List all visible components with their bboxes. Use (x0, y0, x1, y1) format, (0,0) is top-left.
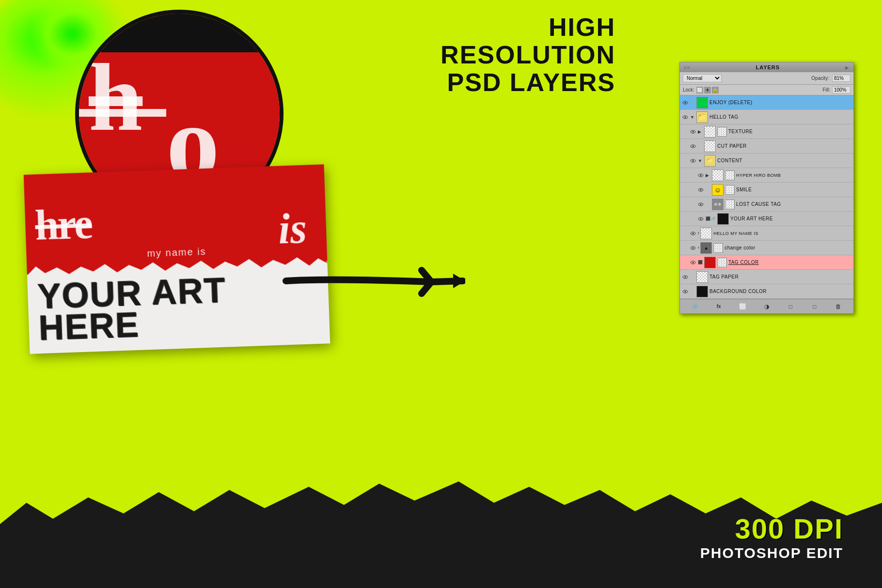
mask-hyperhiro (725, 170, 735, 180)
eye-cutpaper[interactable] (690, 143, 696, 150)
svg-point-29 (685, 276, 686, 278)
hello-tag-inner: hre is my name is YOUR ART HERE (24, 164, 331, 354)
svg-point-5 (685, 102, 686, 103)
layer-name-enjoy: ENJOY (DELETE) (709, 100, 851, 105)
eye-tagpaper-svg (682, 274, 688, 280)
eye-changecolor-svg (690, 245, 696, 251)
thumb-content: 📁 (704, 155, 716, 167)
layer-row-cutpaper[interactable]: CUT PAPER (680, 139, 853, 154)
blend-mode-select[interactable]: Normal (683, 74, 722, 82)
link-badge2: f (698, 231, 699, 235)
mask-texture (717, 127, 727, 137)
link-badge4: ⬛ (698, 260, 703, 264)
eye-hellomynameis[interactable] (690, 230, 696, 237)
expand-content[interactable]: ▼ (698, 158, 703, 163)
thumb-bgcolor (696, 286, 708, 297)
layer-name-bgcolor: BACKGROUND COLOR (709, 289, 851, 294)
eye-yourarthere[interactable] (697, 216, 704, 222)
layer-name-tagpaper: TAG PAPER (709, 274, 851, 279)
eye-bgcolor[interactable] (682, 288, 689, 295)
lock-pixels-icon[interactable]: ⬜ (696, 87, 703, 93)
thumb-changecolor: ▲ (700, 242, 712, 254)
svg-point-9 (693, 131, 694, 132)
layer-row-hellotag[interactable]: ▼ 📁 HELLO TAG (680, 110, 853, 124)
layer-name-texture: TEXTURE (728, 129, 851, 134)
panel-grip2: ▶ (845, 65, 850, 70)
eye-hyperhiro[interactable] (697, 172, 704, 179)
fx-btn[interactable]: fx (714, 302, 724, 311)
layer-row-yourarthere[interactable]: ⬛ 🔗 YOUR ART HERE (680, 212, 853, 226)
adjustment-btn[interactable]: ◑ (762, 302, 772, 311)
new-layer-btn[interactable]: □ (810, 302, 819, 311)
expand-hellotag[interactable]: ▼ (690, 115, 695, 120)
eye-changecolor[interactable] (690, 245, 696, 251)
layer-row-hellomynameis[interactable]: f HELLO MY NAME IS (680, 226, 853, 241)
eye-hellomynameis-svg (690, 231, 696, 236)
opacity-input[interactable] (832, 75, 850, 82)
lock-all-icon[interactable]: 🔒 (712, 87, 719, 93)
layer-row-lostcause[interactable]: ✱✱ LOST CAUSE TAG (680, 197, 853, 212)
group-btn[interactable]: □ (786, 302, 795, 311)
layer-row-texture[interactable]: ▶ TEXTURE (680, 124, 853, 139)
layer-name-hellotag: HELLO TAG (709, 114, 851, 120)
eye-texture[interactable] (690, 128, 696, 135)
svg-point-21 (700, 218, 702, 219)
eye-hellotag[interactable] (682, 114, 689, 121)
delete-layer-btn[interactable]: 🗑 (834, 302, 843, 311)
layer-name-hellomynameis: HELLO MY NAME IS (713, 231, 851, 236)
eye-lostcause-svg (698, 201, 704, 207)
eye-tagcolor[interactable] (690, 259, 696, 266)
link-badge3: f (698, 246, 699, 250)
lock-icons: ⬜ ✛ 🔒 (696, 87, 719, 93)
tag-subtitle: my name is (147, 246, 206, 259)
bottom-info-block: 300 DPI PHOTOSHOP EDIT (700, 512, 843, 561)
layer-row-tagpaper[interactable]: TAG PAPER (680, 270, 853, 284)
svg-point-11 (693, 145, 694, 147)
expand-hyperhiro[interactable]: ▶ (706, 173, 710, 178)
layer-row-smile[interactable]: ☺ SMILE (680, 183, 853, 197)
eye-hyperhiro-svg (698, 172, 704, 178)
eye-content[interactable] (690, 157, 696, 164)
svg-point-15 (700, 174, 702, 176)
layer-row-content[interactable]: ▼ 📁 CONTENT (680, 154, 853, 168)
layer-row-changecolor[interactable]: f ▲ change color (680, 241, 853, 255)
lock-position-icon[interactable]: ✛ (704, 87, 711, 93)
eye-content-svg (690, 158, 696, 164)
thumb-hyperhiro (712, 170, 724, 181)
layers-lock-row: Lock: ⬜ ✛ 🔒 Fill: (680, 85, 853, 95)
svg-point-17 (700, 189, 702, 190)
fill-label: Fill: (822, 87, 830, 93)
layer-row-bgcolor[interactable]: BACKGROUND COLOR (680, 284, 853, 299)
svg-text:h: h (89, 44, 142, 151)
layers-panel: ≡≡ LAYERS ▶ Normal Opacity: Lock: ⬜ ✛ 🔒 … (679, 62, 854, 314)
layer-row-tagcolor[interactable]: ⬛ TAG COLOR (680, 255, 853, 270)
thumb-cutpaper (704, 140, 716, 152)
layer-name-tagcolor: TAG COLOR (728, 260, 851, 265)
mask-smile (725, 185, 735, 195)
smart-object-badge: ⬛ (706, 217, 709, 221)
eye-icon-svg (682, 100, 688, 106)
eye-enjoy[interactable] (682, 99, 689, 106)
layers-panel-title: LAYERS (756, 64, 780, 70)
mask-btn[interactable]: ⬜ (738, 302, 748, 311)
tag-your-art-text: YOUR ART HERE (37, 271, 320, 344)
eye-bgcolor-svg (682, 289, 688, 294)
fill-input[interactable] (832, 86, 850, 93)
layer-name-hyperhiro: HYPER HIRO BOMB (736, 173, 851, 178)
panel-grip: ≡≡ (684, 65, 691, 70)
link-layers-btn[interactable]: 🔗 (690, 302, 700, 311)
svg-point-23 (693, 232, 694, 234)
layer-row-hyperhiro[interactable]: ▶ HYPER HIRO BOMB (680, 168, 853, 183)
arrow (281, 262, 465, 300)
mask-tagcolor (717, 258, 727, 267)
expand-texture[interactable]: ▶ (698, 129, 703, 134)
eye-lostcause[interactable] (697, 201, 704, 208)
tag-art-text-left: hre (34, 199, 93, 250)
svg-point-27 (693, 262, 694, 263)
eye-smile[interactable] (697, 186, 704, 193)
eye-tagpaper[interactable] (682, 274, 689, 280)
layer-row-enjoy[interactable]: ENJOY (DELETE) (680, 95, 853, 110)
opacity-label: Opacity: (811, 76, 829, 81)
eye-hellotag-svg (682, 114, 688, 120)
layer-name-smile: SMILE (736, 187, 851, 192)
